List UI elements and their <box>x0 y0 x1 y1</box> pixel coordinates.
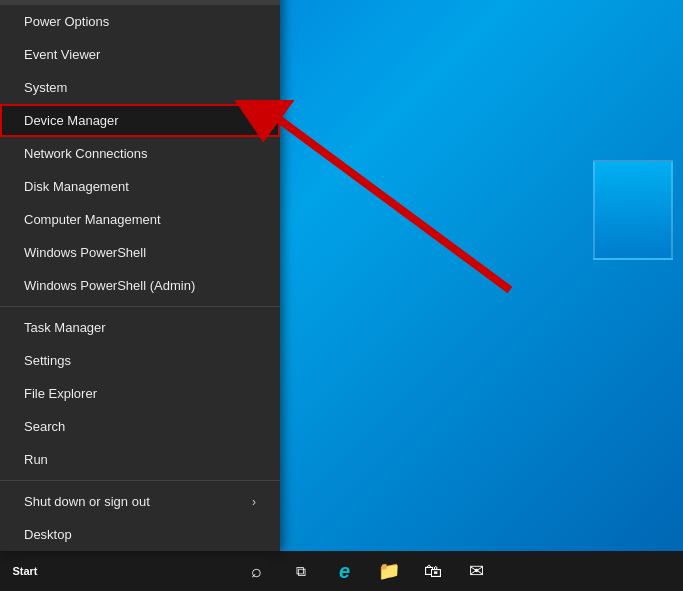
menu-item-disk-management[interactable]: Disk Management <box>0 170 280 203</box>
menu-item-search[interactable]: Search <box>0 410 280 443</box>
menu-item-task-manager[interactable]: Task Manager <box>0 311 280 344</box>
task-view-symbol: ⧉ <box>296 563 306 580</box>
folder-symbol: 📁 <box>378 560 400 582</box>
menu-item-event-viewer[interactable]: Event Viewer <box>0 38 280 71</box>
menu-label-power-options: Power Options <box>24 14 109 29</box>
store-icon[interactable]: 🛍 <box>413 551 453 591</box>
desktop: Apps and FeaturesPower OptionsEvent View… <box>0 0 683 591</box>
store-symbol: 🛍 <box>424 561 442 582</box>
taskbar-icons: ⌕ ⧉ e 📁 🛍 ✉ <box>50 551 683 591</box>
menu-label-network-connections: Network Connections <box>24 146 148 161</box>
menu-item-network-connections[interactable]: Network Connections <box>0 137 280 170</box>
submenu-arrow-icon: › <box>252 495 256 509</box>
menu-item-desktop[interactable]: Desktop <box>0 518 280 551</box>
menu-label-file-explorer: File Explorer <box>24 386 97 401</box>
menu-separator <box>0 306 280 307</box>
menu-item-shut-down[interactable]: Shut down or sign out› <box>0 485 280 518</box>
menu-label-windows-powershell-admin: Windows PowerShell (Admin) <box>24 278 195 293</box>
menu-separator <box>0 480 280 481</box>
menu-item-device-manager[interactable]: Device Manager <box>0 104 280 137</box>
menu-label-run: Run <box>24 452 48 467</box>
menu-label-desktop: Desktop <box>24 527 72 542</box>
task-view-icon[interactable]: ⧉ <box>281 551 321 591</box>
menu-label-search: Search <box>24 419 65 434</box>
desktop-widget <box>593 160 673 260</box>
menu-label-shut-down: Shut down or sign out <box>24 494 150 509</box>
menu-item-system[interactable]: System <box>0 71 280 104</box>
mail-icon[interactable]: ✉ <box>457 551 497 591</box>
menu-label-computer-management: Computer Management <box>24 212 161 227</box>
search-symbol: ⌕ <box>251 561 262 582</box>
menu-label-event-viewer: Event Viewer <box>24 47 100 62</box>
start-button[interactable]: Start <box>0 551 50 591</box>
menu-item-power-options[interactable]: Power Options <box>0 5 280 38</box>
file-explorer-icon[interactable]: 📁 <box>369 551 409 591</box>
context-menu: Apps and FeaturesPower OptionsEvent View… <box>0 0 280 551</box>
menu-label-system: System <box>24 80 67 95</box>
menu-item-file-explorer[interactable]: File Explorer <box>0 377 280 410</box>
edge-symbol: e <box>339 560 350 583</box>
menu-label-device-manager: Device Manager <box>24 113 119 128</box>
menu-item-windows-powershell-admin[interactable]: Windows PowerShell (Admin) <box>0 269 280 302</box>
mail-symbol: ✉ <box>469 560 484 582</box>
menu-label-task-manager: Task Manager <box>24 320 106 335</box>
taskbar: Start ⌕ ⧉ e 📁 🛍 ✉ <box>0 551 683 591</box>
menu-item-settings[interactable]: Settings <box>0 344 280 377</box>
menu-label-disk-management: Disk Management <box>24 179 129 194</box>
menu-label-windows-powershell: Windows PowerShell <box>24 245 146 260</box>
menu-label-settings: Settings <box>24 353 71 368</box>
search-taskbar-icon[interactable]: ⌕ <box>237 551 277 591</box>
menu-item-run[interactable]: Run <box>0 443 280 476</box>
edge-icon[interactable]: e <box>325 551 365 591</box>
menu-item-windows-powershell[interactable]: Windows PowerShell <box>0 236 280 269</box>
svg-line-1 <box>280 120 510 290</box>
menu-item-computer-management[interactable]: Computer Management <box>0 203 280 236</box>
